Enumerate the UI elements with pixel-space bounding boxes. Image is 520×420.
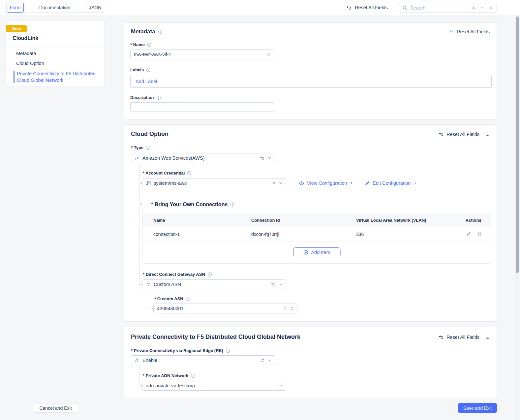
tab-documentation[interactable]: Documentation: [24, 3, 85, 12]
add-label-placeholder[interactable]: Add Label: [136, 79, 157, 84]
chevron-down-icon[interactable]: [279, 181, 283, 185]
search-input[interactable]: [410, 5, 465, 11]
add-item-button[interactable]: Add Item: [293, 247, 340, 257]
description-input[interactable]: [134, 105, 271, 110]
metadata-section: Metadata Reset All Fields * Name Labels …: [124, 22, 497, 119]
reset-field-icon[interactable]: [260, 155, 265, 161]
eye-icon: [299, 180, 304, 186]
info-icon[interactable]: [207, 272, 212, 277]
add-item-label: Add Item: [311, 250, 330, 255]
info-icon[interactable]: [187, 171, 192, 176]
save-and-exit-button[interactable]: Save and Exit: [458, 403, 497, 413]
one-of-selector-icon: [135, 358, 140, 363]
cancel-and-exit-button[interactable]: Cancel and Exit: [33, 403, 78, 413]
dcg-asn-label: * Direct Connect Gateway ASN: [143, 272, 205, 277]
sidebar-item-private-connectivity[interactable]: Private Connectivity to F5 Distributed C…: [17, 70, 103, 83]
dcg-asn-value: Custom ASN: [154, 282, 268, 287]
cell-connection-id: dxcon-fg70rrji: [251, 232, 356, 237]
column-vlan: Virtual Local Area Network (VLAN): [356, 218, 466, 223]
clear-icon[interactable]: [272, 181, 276, 185]
info-icon[interactable]: [156, 95, 161, 100]
tab-group: Documentation JSON: [24, 3, 105, 13]
info-icon[interactable]: [158, 29, 163, 34]
refresh-icon[interactable]: [260, 358, 265, 363]
chevron-down-icon[interactable]: [279, 282, 283, 286]
info-icon[interactable]: [147, 43, 152, 47]
scrollbar-thumb[interactable]: [516, 16, 519, 273]
reset-field-icon[interactable]: [271, 282, 276, 287]
tab-json[interactable]: JSON: [85, 3, 105, 12]
undo-icon: [439, 335, 444, 340]
cloud-option-section: Cloud Option Reset All Fields * Type Ama…: [124, 124, 497, 322]
labels-input[interactable]: Add Label: [130, 75, 492, 88]
adn-network-value: adn-private-vn-testcorp: [146, 383, 276, 388]
adn-network-label: * Private ADN Network: [143, 373, 188, 378]
chevron-down-icon[interactable]: [279, 384, 283, 388]
new-badge: New: [6, 25, 27, 32]
cell-name: connection-1: [153, 232, 251, 237]
account-credential-select[interactable]: system/ms-aws: [142, 178, 286, 188]
name-input-wrap: [130, 49, 274, 59]
active-item-indicator: [14, 71, 15, 83]
chevron-down-icon[interactable]: [267, 156, 271, 160]
reset-section-label: Reset All Fields: [446, 132, 479, 137]
search-prev-icon[interactable]: [471, 6, 476, 10]
clear-icon[interactable]: [267, 52, 271, 56]
dcg-asn-select[interactable]: Custom ASN: [142, 279, 286, 289]
reset-section-button[interactable]: Reset All Fields: [449, 29, 490, 34]
custom-asn-input-wrap: [153, 304, 297, 313]
info-icon[interactable]: [191, 373, 195, 378]
number-stepper-icon[interactable]: [290, 306, 294, 311]
name-input[interactable]: [134, 52, 264, 57]
tree-connector: [139, 163, 139, 284]
pencil-icon: [365, 180, 370, 186]
account-credential-label: * Account Credential: [143, 171, 185, 176]
column-actions: Actions: [466, 218, 491, 223]
info-icon[interactable]: [226, 348, 230, 353]
collapse-section-icon[interactable]: [485, 133, 490, 138]
custom-asn-input[interactable]: [157, 306, 281, 311]
collapse-section-icon[interactable]: [485, 336, 490, 340]
undo-icon: [346, 5, 352, 11]
cell-vlan: 336: [356, 232, 466, 237]
divider: [6, 47, 104, 47]
chevron-down-icon[interactable]: [267, 358, 271, 362]
section-title: Metadata: [131, 28, 155, 35]
section-title: Private Connectivity to F5 Distributed C…: [131, 334, 300, 340]
search-box: [399, 3, 497, 13]
description-label: Description: [130, 95, 154, 100]
byoc-panel: * Bring Your Own Connections Name Connec…: [142, 196, 491, 264]
re-select[interactable]: Enable: [131, 355, 275, 365]
reset-section-label: Reset All Fields: [446, 335, 479, 340]
reset-all-fields-button[interactable]: Reset All Fields: [346, 0, 388, 15]
chevron-right-icon: [413, 181, 417, 185]
type-select[interactable]: Amazon Web Services(AWS): [131, 153, 275, 163]
info-icon[interactable]: [230, 202, 235, 207]
search-next-icon[interactable]: [479, 6, 485, 10]
one-of-selector-icon: [135, 155, 140, 161]
column-connection-id: Connection Id: [251, 218, 356, 223]
edit-row-icon[interactable]: [466, 231, 471, 237]
reset-section-button[interactable]: Reset All Fields: [439, 335, 479, 340]
adn-network-select[interactable]: adn-private-vn-testcorp: [142, 381, 286, 391]
type-value: Amazon Web Services(AWS): [142, 155, 257, 161]
sidebar-title: CloudLink: [13, 35, 38, 41]
tab-form[interactable]: Form: [7, 3, 24, 13]
search-close-icon[interactable]: [488, 6, 494, 10]
view-configuration-link[interactable]: View Configuration: [299, 178, 353, 188]
edit-configuration-link[interactable]: Edit Configuration: [365, 178, 417, 188]
info-icon[interactable]: [186, 297, 190, 301]
plus-circle-icon: [303, 250, 308, 255]
sidebar-item-metadata[interactable]: Metadata: [16, 51, 36, 56]
sidebar-item-cloud-option[interactable]: Cloud Option: [16, 61, 44, 66]
clear-icon[interactable]: [283, 307, 287, 310]
reset-section-button[interactable]: Reset All Fields: [439, 132, 479, 137]
info-icon[interactable]: [146, 68, 151, 72]
info-icon[interactable]: [146, 145, 150, 150]
byoc-title: * Bring Your Own Connections: [151, 202, 228, 208]
one-of-selector-icon: [146, 282, 151, 287]
top-bar: Form Documentation JSON Reset All Fields: [0, 0, 520, 15]
column-name: Name: [153, 218, 251, 223]
custom-asn-label: * Custom ASN: [154, 296, 183, 301]
delete-row-icon[interactable]: [477, 231, 482, 237]
